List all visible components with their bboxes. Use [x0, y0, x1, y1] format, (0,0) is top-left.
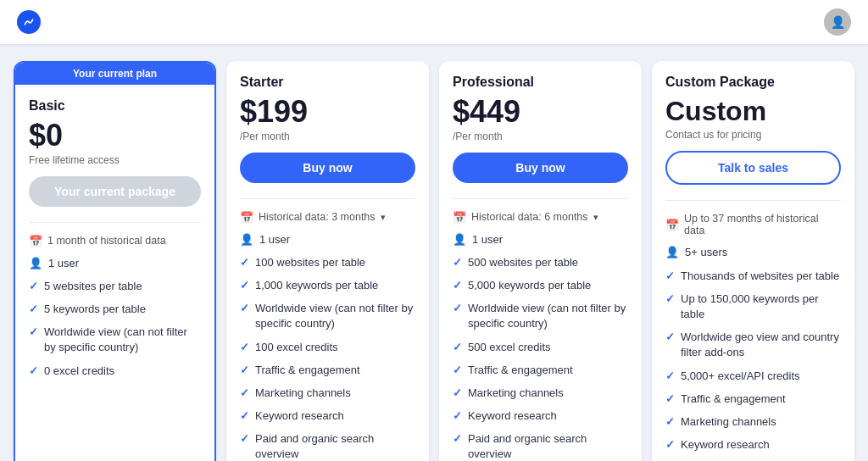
feature-text-professional-7: Keyword research: [468, 408, 557, 424]
check-icon-starter-1: ✓: [240, 255, 249, 270]
check-icon-basic-2: ✓: [29, 302, 38, 317]
feature-check-starter-4: ✓ 100 excel credits: [240, 340, 415, 355]
check-icon-starter-5: ✓: [240, 363, 249, 378]
plan-body-custom: Custom PackageCustomContact us for prici…: [652, 61, 854, 461]
calendar-icon-basic: 📅: [29, 235, 42, 247]
user-icon-basic-0: 👤: [29, 256, 42, 271]
divider-professional: [453, 198, 628, 199]
feature-text-basic-4: 0 excel credits: [44, 364, 114, 379]
calendar-icon-custom: 📅: [665, 219, 679, 231]
feature-text-professional-2: 5,000 keywords per table: [468, 278, 591, 293]
feature-text-professional-0: 1 user: [472, 232, 503, 247]
calendar-icon-professional: 📅: [453, 211, 466, 224]
feature-text-starter-6: Marketing channels: [255, 386, 351, 401]
user-icon-custom-0: 👤: [665, 245, 679, 260]
feature-check-custom-2: ✓ Up to 150,000 keywords per table: [665, 292, 841, 322]
check-icon-professional-3: ✓: [453, 301, 462, 316]
feature-user-starter-0: 👤 1 user: [240, 232, 415, 247]
historical-row-professional[interactable]: 📅 Historical data: 6 months ▾: [453, 211, 628, 224]
check-icon-professional-8: ✓: [453, 431, 462, 447]
feature-check-basic-1: ✓ 5 websites per table: [29, 279, 201, 294]
avatar[interactable]: 👤: [824, 8, 851, 36]
check-icon-professional-2: ✓: [453, 278, 462, 293]
plan-card-custom: Custom PackageCustomContact us for prici…: [652, 61, 854, 461]
feature-check-professional-1: ✓ 500 websites per table: [453, 255, 628, 270]
feature-check-starter-3: ✓ Worldwide view (can not filter by spec…: [240, 301, 415, 331]
feature-text-starter-5: Traffic & engagement: [255, 363, 360, 378]
feature-user-basic-0: 👤 1 user: [29, 256, 201, 271]
feature-check-starter-7: ✓ Keyword research: [240, 408, 415, 424]
feature-check-starter-8: ✓ Paid and organic search overview: [240, 431, 415, 461]
feature-text-starter-0: 1 user: [259, 232, 290, 247]
feature-text-custom-7: Keyword research: [681, 437, 770, 453]
calendar-icon-starter: 📅: [240, 211, 253, 224]
cta-button-custom[interactable]: Talk to sales: [665, 151, 841, 185]
plan-subtitle-custom: Contact us for pricing: [665, 129, 841, 141]
user-icon-starter-0: 👤: [240, 232, 253, 247]
check-icon-custom-2: ✓: [665, 292, 675, 307]
feature-check-professional-5: ✓ Traffic & engagement: [453, 363, 628, 378]
dropdown-arrow-starter[interactable]: ▾: [381, 212, 386, 223]
feature-text-custom-2: Up to 150,000 keywords per table: [681, 292, 841, 322]
feature-check-professional-2: ✓ 5,000 keywords per table: [453, 278, 628, 293]
feature-text-professional-6: Marketing channels: [468, 386, 564, 401]
feature-check-professional-8: ✓ Paid and organic search overview: [453, 431, 628, 461]
plan-body-starter: Starter$199/Per monthBuy now 📅 Historica…: [226, 61, 429, 461]
feature-check-starter-5: ✓ Traffic & engagement: [240, 363, 415, 378]
check-icon-basic-4: ✓: [29, 364, 38, 379]
check-icon-professional-1: ✓: [453, 255, 462, 270]
feature-check-custom-6: ✓ Marketing channels: [665, 414, 841, 430]
plan-body-basic: Basic$0Free lifetime accessYour current …: [15, 85, 214, 400]
feature-check-starter-2: ✓ 1,000 keywords per table: [240, 278, 415, 293]
historical-text-basic: 1 month of historical data: [47, 235, 166, 247]
plan-name-professional: Professional: [453, 75, 628, 90]
check-icon-custom-4: ✓: [665, 369, 675, 384]
check-icon-custom-1: ✓: [665, 269, 675, 284]
historical-text-starter: Historical data: 3 months: [259, 211, 376, 223]
feature-check-professional-3: ✓ Worldwide view (can not filter by spec…: [453, 301, 628, 331]
feature-check-basic-3: ✓ Worldwide view (can not filter by spec…: [29, 325, 201, 355]
dropdown-arrow-professional[interactable]: ▾: [593, 212, 598, 223]
check-icon-professional-5: ✓: [453, 363, 462, 378]
feature-text-professional-1: 500 websites per table: [468, 255, 578, 270]
feature-check-custom-5: ✓ Traffic & engagement: [665, 392, 841, 407]
feature-check-custom-7: ✓ Keyword research: [665, 437, 841, 453]
plan-period-professional: /Per month: [453, 131, 628, 142]
historical-row-basic: 📅 1 month of historical data: [29, 235, 201, 247]
check-icon-custom-7: ✓: [665, 437, 675, 453]
feature-text-starter-1: 100 websites per table: [255, 255, 365, 270]
feature-check-starter-6: ✓ Marketing channels: [240, 386, 415, 401]
plan-name-custom: Custom Package: [665, 75, 841, 90]
feature-check-custom-1: ✓ Thousands of websites per table: [665, 269, 841, 284]
feature-text-custom-1: Thousands of websites per table: [681, 269, 839, 284]
plan-name-starter: Starter: [240, 75, 415, 90]
check-icon-custom-6: ✓: [665, 414, 675, 430]
feature-text-professional-5: Traffic & engagement: [468, 363, 573, 378]
current-plan-banner: Your current plan: [15, 63, 214, 85]
historical-text-custom: Up to 37 months of historical data: [684, 213, 841, 236]
check-icon-starter-7: ✓: [240, 408, 249, 424]
plan-name-basic: Basic: [29, 98, 201, 114]
plan-period-starter: /Per month: [240, 131, 415, 142]
divider-custom: [665, 200, 841, 201]
feature-check-basic-2: ✓ 5 keywords per table: [29, 302, 201, 317]
check-icon-professional-4: ✓: [453, 340, 462, 355]
feature-text-professional-4: 500 excel credits: [468, 340, 551, 355]
check-icon-starter-2: ✓: [240, 278, 249, 293]
feature-text-custom-4: 5,000+ excel/API credits: [681, 369, 800, 384]
historical-row-starter[interactable]: 📅 Historical data: 3 months ▾: [240, 211, 415, 224]
historical-text-professional: Historical data: 6 months: [471, 211, 588, 223]
logo-icon: [17, 10, 41, 34]
cta-button-professional[interactable]: Buy now: [453, 153, 628, 183]
check-icon-custom-3: ✓: [665, 330, 675, 345]
plan-price-custom: Custom: [665, 95, 841, 127]
feature-check-basic-4: ✓ 0 excel credits: [29, 364, 201, 379]
divider-starter: [240, 198, 415, 199]
main-content: Your current planBasic$0Free lifetime ac…: [0, 44, 868, 461]
check-icon-professional-7: ✓: [453, 408, 462, 424]
feature-text-starter-8: Paid and organic search overview: [255, 431, 415, 461]
feature-text-custom-3: Worldwide geo view and country filter ad…: [681, 330, 841, 360]
feature-text-professional-3: Worldwide view (can not filter by specif…: [468, 301, 628, 331]
cta-button-starter[interactable]: Buy now: [240, 153, 415, 183]
plan-subtitle-basic: Free lifetime access: [29, 154, 201, 166]
